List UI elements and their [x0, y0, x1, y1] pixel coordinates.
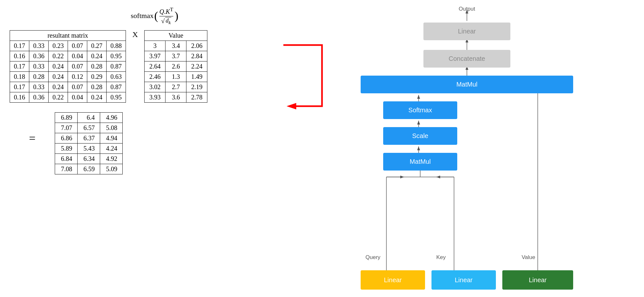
- table-cell: 1.3: [166, 72, 186, 82]
- table-cell: 3: [145, 41, 166, 51]
- multiply-symbol: X: [126, 30, 144, 39]
- table-cell: 2.64: [145, 61, 166, 72]
- table-cell: 3.4: [166, 41, 186, 51]
- table-cell: 2.6: [166, 61, 186, 72]
- table-cell: 0.24: [87, 51, 107, 61]
- table-cell: 6.4: [78, 113, 100, 123]
- table-cell: 0.23: [49, 41, 68, 51]
- table-cell: 2.19: [186, 82, 207, 92]
- table-cell: 4.92: [100, 154, 123, 164]
- table-cell: 0.04: [68, 92, 87, 103]
- value-matrix-table: Value 33.42.063.973.72.842.642.62.242.46…: [144, 30, 207, 103]
- table-cell: 5.09: [100, 164, 123, 174]
- sqrt-wrapper: √ dk: [161, 17, 172, 25]
- table-cell: 0.22: [49, 92, 68, 103]
- table-cell: 2.46: [145, 72, 166, 82]
- close-paren: ): [175, 10, 178, 22]
- table-cell: 0.33: [29, 41, 49, 51]
- table-cell: 6.86: [55, 133, 78, 144]
- table-cell: 0.33: [29, 61, 49, 72]
- table-cell: 0.36: [29, 92, 49, 103]
- value-matrix-header: Value: [145, 31, 207, 41]
- table-cell: 0.33: [29, 82, 49, 92]
- table-cell: 0.87: [107, 82, 126, 92]
- fraction-denominator: √ dk: [161, 16, 172, 25]
- fraction-numerator: Q.KT: [159, 6, 173, 16]
- result-section: = 6.896.44.967.076.575.086.866.374.945.8…: [10, 112, 280, 174]
- sqrt-content: dk: [165, 17, 172, 25]
- query-label: Query: [365, 254, 380, 261]
- open-paren: (: [154, 10, 158, 22]
- table-cell: 0.18: [10, 72, 29, 82]
- linear-top-box: Linear: [423, 23, 510, 40]
- table-cell: 2.06: [186, 41, 207, 51]
- fraction: Q.KT √ dk: [159, 6, 173, 25]
- table-cell: 0.12: [68, 72, 87, 82]
- left-section: softmax ( Q.KT √ dk ): [0, 0, 290, 297]
- table-cell: 6.59: [78, 164, 100, 174]
- table-cell: 1.49: [186, 72, 207, 82]
- resultant-matrix-table: resultant matrix 0.170.330.230.070.270.8…: [10, 30, 126, 103]
- table-cell: 2.84: [186, 51, 207, 61]
- table-cell: 4.96: [100, 113, 123, 123]
- table-cell: 2.78: [186, 92, 207, 103]
- table-cell: 2.24: [186, 61, 207, 72]
- table-cell: 0.07: [68, 82, 87, 92]
- table-cell: 3.7: [166, 51, 186, 61]
- table-cell: 0.28: [29, 72, 49, 82]
- table-cell: 6.37: [78, 133, 100, 144]
- table-cell: 0.07: [68, 41, 87, 51]
- matmul-top-box: MatMul: [361, 76, 573, 93]
- value-label: Value: [522, 254, 535, 261]
- table-cell: 0.16: [10, 92, 29, 103]
- main-container: softmax ( Q.KT √ dk ): [0, 0, 644, 297]
- table-cell: 0.88: [107, 41, 126, 51]
- table-cell: 0.63: [107, 72, 126, 82]
- matmul-bottom-box: MatMul: [383, 153, 457, 171]
- scale-box: Scale: [383, 127, 457, 145]
- table-cell: 0.17: [10, 61, 29, 72]
- table-cell: 5.08: [100, 123, 123, 133]
- table-cell: 0.24: [49, 61, 68, 72]
- table-cell: 0.95: [107, 51, 126, 61]
- table-cell: 0.07: [68, 61, 87, 72]
- softmax-label: softmax: [131, 12, 154, 20]
- table-cell: 0.36: [29, 51, 49, 61]
- table-cell: 3.6: [166, 92, 186, 103]
- table-cell: 6.57: [78, 123, 100, 133]
- table-cell: 0.24: [49, 72, 68, 82]
- table-cell: 7.08: [55, 164, 78, 174]
- diagram-container: Output Linear Concatenate MatMul Softmax…: [354, 3, 580, 293]
- table-cell: 6.84: [55, 154, 78, 164]
- table-cell: 4.94: [100, 133, 123, 144]
- table-cell: 0.29: [87, 72, 107, 82]
- formula-container: softmax ( Q.KT √ dk ): [29, 6, 280, 25]
- table-cell: 0.28: [87, 61, 107, 72]
- table-cell: 7.07: [55, 123, 78, 133]
- table-cell: 0.24: [49, 82, 68, 92]
- softmax-box: Softmax: [383, 101, 457, 119]
- concatenate-box: Concatenate: [423, 50, 510, 68]
- table-cell: 0.17: [10, 82, 29, 92]
- result-table: 6.896.44.967.076.575.086.866.374.945.895…: [55, 112, 123, 174]
- tables-row: resultant matrix 0.170.330.230.070.270.8…: [10, 30, 280, 103]
- table-cell: 0.17: [10, 41, 29, 51]
- table-cell: 0.87: [107, 61, 126, 72]
- table-cell: 3.02: [145, 82, 166, 92]
- resultant-matrix-header: resultant matrix: [10, 31, 126, 41]
- formula-text: softmax ( Q.KT √ dk ): [131, 6, 178, 25]
- table-cell: 3.97: [145, 51, 166, 61]
- table-cell: 0.28: [87, 82, 107, 92]
- table-cell: 2.7: [166, 82, 186, 92]
- sqrt-symbol: √: [161, 17, 165, 25]
- linear-query-box: Linear: [361, 270, 425, 290]
- table-cell: 5.43: [78, 144, 100, 154]
- equals-sign: =: [10, 112, 39, 145]
- table-cell: 5.89: [55, 144, 78, 154]
- output-label: Output: [451, 6, 483, 12]
- table-cell: 6.34: [78, 154, 100, 164]
- key-label: Key: [436, 254, 446, 261]
- table-cell: 0.27: [87, 41, 107, 51]
- linear-key-box: Linear: [431, 270, 496, 290]
- table-cell: 4.24: [100, 144, 123, 154]
